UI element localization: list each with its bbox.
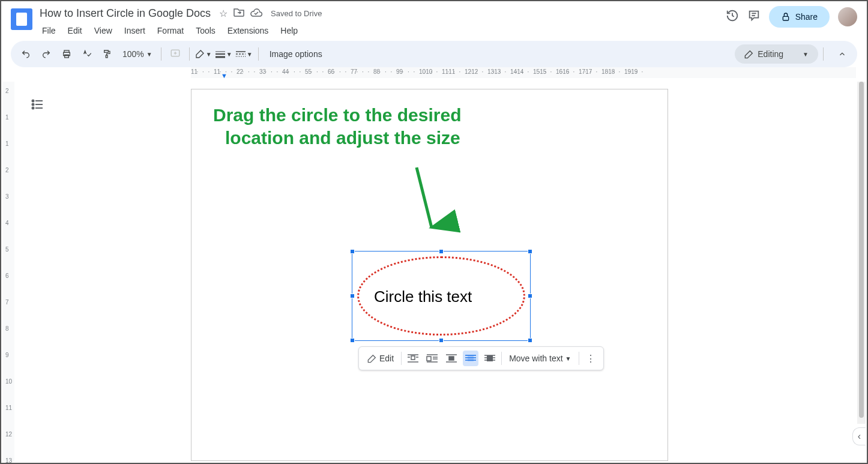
wrap-inline-button[interactable] bbox=[405, 351, 421, 366]
resize-handle-e[interactable] bbox=[528, 294, 532, 298]
cloud-saved-icon[interactable] bbox=[250, 8, 262, 19]
menu-format[interactable]: Format bbox=[152, 23, 188, 38]
svg-point-16 bbox=[32, 100, 34, 102]
border-dash-button[interactable]: ▼ bbox=[235, 45, 253, 63]
wrap-text-button[interactable] bbox=[424, 351, 440, 366]
account-avatar[interactable] bbox=[838, 7, 857, 26]
resize-handle-n[interactable] bbox=[439, 249, 444, 254]
redo-button[interactable] bbox=[37, 45, 55, 63]
zoom-select[interactable]: 100%▼ bbox=[119, 49, 156, 59]
annotation-text: Drag the circle to the desired location … bbox=[213, 104, 461, 149]
svg-rect-6 bbox=[106, 55, 107, 58]
svg-rect-29 bbox=[427, 357, 431, 361]
menu-insert[interactable]: Insert bbox=[119, 23, 150, 38]
toolbar: 100%▼ ▼ ▼ ▼ Image options Editing ▼ bbox=[11, 41, 857, 67]
resize-handle-se[interactable] bbox=[528, 338, 532, 343]
resize-handle-s[interactable] bbox=[439, 338, 444, 343]
app-header: How to Insert Circle in Google Docs ☆ Sa… bbox=[1, 1, 867, 37]
move-to-folder-icon[interactable] bbox=[234, 8, 244, 19]
print-button[interactable] bbox=[58, 45, 76, 63]
page-content-text: Circle this text bbox=[374, 288, 472, 306]
svg-rect-43 bbox=[487, 355, 493, 361]
menu-edit[interactable]: Edit bbox=[63, 23, 87, 38]
share-label: Share bbox=[795, 12, 818, 22]
star-icon[interactable]: ☆ bbox=[219, 8, 228, 19]
docs-logo-icon[interactable] bbox=[11, 8, 32, 30]
position-options-button[interactable]: Move with text ▼ bbox=[505, 351, 574, 366]
comment-history-icon[interactable] bbox=[747, 9, 761, 25]
vertical-scrollbar[interactable] bbox=[857, 82, 866, 424]
saved-status-text: Saved to Drive bbox=[271, 9, 322, 18]
resize-handle-sw[interactable] bbox=[350, 338, 355, 343]
pencil-icon bbox=[744, 49, 754, 59]
collapse-toolbar-button[interactable] bbox=[833, 45, 851, 63]
break-text-button[interactable] bbox=[444, 351, 459, 366]
svg-point-20 bbox=[32, 107, 34, 109]
menu-help[interactable]: Help bbox=[276, 23, 303, 38]
menu-tools[interactable]: Tools bbox=[191, 23, 220, 38]
document-title[interactable]: How to Insert Circle in Google Docs bbox=[37, 6, 213, 21]
edit-image-button[interactable]: Edit bbox=[364, 351, 397, 366]
behind-text-button[interactable] bbox=[463, 351, 478, 366]
paint-format-button[interactable] bbox=[98, 45, 116, 63]
more-vert-icon: ⋮ bbox=[586, 353, 595, 364]
resize-handle-ne[interactable] bbox=[528, 249, 532, 254]
svg-line-22 bbox=[417, 167, 432, 227]
pencil-icon bbox=[367, 354, 377, 363]
svg-rect-2 bbox=[783, 16, 788, 20]
svg-point-18 bbox=[32, 104, 34, 106]
more-options-button[interactable]: ⋮ bbox=[583, 351, 598, 366]
editing-mode-button[interactable]: Editing ▼ bbox=[735, 44, 818, 64]
undo-button[interactable] bbox=[17, 45, 35, 63]
lock-icon bbox=[781, 12, 791, 22]
resize-handle-nw[interactable] bbox=[350, 249, 355, 254]
menu-bar: File Edit View Insert Format Tools Exten… bbox=[37, 23, 726, 38]
show-side-panel-button[interactable]: ‹ bbox=[852, 427, 866, 445]
share-button[interactable]: Share bbox=[769, 6, 830, 28]
document-outline-button[interactable] bbox=[26, 94, 48, 115]
border-color-button[interactable]: ▼ bbox=[194, 45, 212, 63]
document-page[interactable]: Drag the circle to the desired location … bbox=[191, 89, 668, 461]
menu-file[interactable]: File bbox=[37, 23, 61, 38]
menu-extensions[interactable]: Extensions bbox=[223, 23, 273, 38]
last-edit-icon[interactable] bbox=[726, 9, 739, 25]
resize-handle-w[interactable] bbox=[350, 294, 355, 298]
horizontal-ruler[interactable]: 1···1···2···3···4···5···6···7···8···9···… bbox=[1, 67, 867, 79]
add-comment-button[interactable] bbox=[166, 45, 184, 63]
svg-rect-25 bbox=[411, 356, 415, 360]
image-floating-toolbar: Edit Move with text ▼ ⋮ bbox=[358, 346, 604, 370]
menu-view[interactable]: View bbox=[89, 23, 117, 38]
spellcheck-button[interactable] bbox=[78, 45, 96, 63]
svg-rect-34 bbox=[449, 357, 454, 360]
vertical-ruler[interactable]: 2112345678910111213 bbox=[2, 82, 14, 462]
annotation-arrow-icon bbox=[408, 167, 444, 240]
image-options-button[interactable]: Image options bbox=[264, 47, 328, 61]
in-front-of-text-button[interactable] bbox=[482, 351, 498, 366]
border-weight-button[interactable]: ▼ bbox=[215, 45, 233, 63]
